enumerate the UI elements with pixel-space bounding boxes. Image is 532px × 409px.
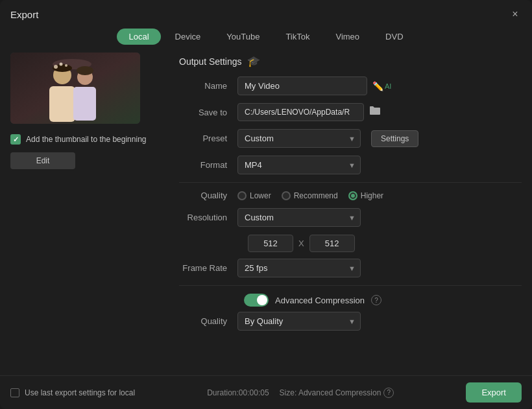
tab-youtube[interactable]: YouTube [215,29,271,45]
advanced-compression-help-icon[interactable]: ? [371,295,381,305]
svg-rect-5 [73,87,96,121]
resolution-label: Resolution [179,213,237,222]
footer-left: Use last export settings for local [10,388,135,397]
by-quality-select-wrapper: By Quality ▼ [237,312,361,331]
name-input[interactable] [237,76,367,95]
right-panel: Output Settings 🎓 Name ✏️ AI Save to [179,53,522,375]
quality-higher-radio[interactable] [348,191,357,200]
name-row: Name ✏️ AI [179,76,522,95]
quality-sub-row: Quality By Quality ▼ [179,312,522,331]
section-divider-2 [179,285,522,286]
resolution-width-input[interactable] [248,235,293,252]
quality-control: Lower Recommend Higher [237,191,522,200]
svg-point-8 [54,65,58,69]
quality-higher-label: Higher [361,191,383,200]
advanced-compression-label: Advanced Compression [275,296,365,305]
main-content: Add the thumbnail to the beginning Edit … [0,53,532,375]
graduation-icon: 🎓 [247,55,260,67]
section-divider-1 [179,182,522,183]
resolution-height-input[interactable] [309,235,355,252]
quality-recommend-label: Recommend [294,191,338,200]
size-help-icon[interactable]: ? [383,388,394,398]
format-select-wrapper: MP4 ▼ [237,156,361,174]
video-thumbnail [10,53,140,124]
frame-rate-select[interactable]: 25 fps [237,259,361,277]
quality-lower-radio[interactable] [237,191,247,200]
use-last-settings-checkbox[interactable] [10,388,19,397]
output-settings-title: Output Settings [179,56,242,67]
add-thumbnail-label: Add the thumbnail to the beginning [26,135,146,144]
format-select[interactable]: MP4 [237,156,361,174]
folder-button[interactable] [369,106,381,119]
quality-radio-group: Lower Recommend Higher [237,191,383,200]
tab-bar: Local Device YouTube TikTok Vimeo DVD [0,26,532,53]
duration-value: 00:00:05 [239,388,269,397]
left-panel: Add the thumbnail to the beginning Edit [10,53,179,375]
thumbnail-container [10,53,140,124]
advanced-compression-toggle[interactable] [244,294,269,307]
quality-recommend-radio[interactable] [282,191,291,200]
footer-center: Duration:00:00:05 Size: Advanced Compres… [207,388,394,398]
tab-local[interactable]: Local [117,29,160,45]
name-control: ✏️ AI [237,76,522,95]
format-row: Format MP4 ▼ [179,156,522,174]
tab-vimeo[interactable]: Vimeo [324,29,371,45]
size-info: Size: Advanced Compression ? [280,388,394,398]
duration-info: Duration:00:00:05 [207,388,269,397]
use-last-settings-label: Use last export settings for local [25,388,135,397]
save-to-row: Save to [179,103,522,121]
preset-control: Custom ▼ Settings [237,129,522,148]
tab-device[interactable]: Device [163,29,213,45]
preset-label: Preset [179,134,237,143]
ai-button[interactable]: ✏️ AI [372,81,391,91]
format-label: Format [179,160,237,170]
output-settings-header: Output Settings 🎓 [179,53,522,67]
quality-recommend-option[interactable]: Recommend [282,191,338,200]
quality-lower-label: Lower [250,191,271,200]
svg-point-9 [60,63,63,66]
preset-select[interactable]: Custom [237,129,361,148]
ai-label: AI [385,82,391,90]
by-quality-select[interactable]: By Quality [237,312,361,331]
resolution-inputs-row: X [248,235,522,252]
quality-row: Quality Lower Recommend High [179,191,522,200]
size-label: Size: Advanced Compression [280,388,381,397]
format-control: MP4 ▼ [237,156,522,174]
edit-button[interactable]: Edit [10,152,75,169]
ai-icon: ✏️ [372,81,383,91]
quality-higher-option[interactable]: Higher [348,191,383,200]
quality-sub-label: Quality [179,316,237,326]
add-thumbnail-row: Add the thumbnail to the beginning [10,134,169,145]
title-bar: Export × [0,0,532,26]
duration-label: Duration: [207,388,239,397]
resolution-row: Resolution Custom ▼ [179,208,522,227]
resolution-control: Custom ▼ [237,208,522,227]
footer: Use last export settings for local Durat… [0,375,532,409]
svg-rect-3 [49,86,75,122]
tab-tiktok[interactable]: TikTok [274,29,321,45]
advanced-compression-row: Advanced Compression ? [179,294,522,307]
settings-button[interactable]: Settings [371,130,418,147]
svg-point-6 [77,66,93,75]
quality-lower-option[interactable]: Lower [237,191,271,200]
tab-dvd[interactable]: DVD [374,29,415,45]
resolution-select-wrapper: Custom ▼ [237,208,361,227]
resolution-x-label: X [298,239,304,248]
resolution-select[interactable]: Custom [237,208,361,227]
frame-rate-control: 25 fps ▼ [237,259,522,277]
close-button[interactable]: × [509,8,522,21]
export-window: Export × Local Device YouTube TikTok Vim… [0,0,532,409]
quality-sub-control: By Quality ▼ [237,312,522,331]
name-label: Name [179,81,237,91]
frame-rate-row: Frame Rate 25 fps ▼ [179,259,522,277]
preset-row: Preset Custom ▼ Settings [179,129,522,148]
quality-label: Quality [179,191,237,200]
preset-select-wrapper: Custom ▼ [237,129,361,148]
add-thumbnail-checkbox[interactable] [10,134,21,145]
frame-rate-select-wrapper: 25 fps ▼ [237,259,361,277]
save-to-label: Save to [179,108,237,117]
save-to-control [237,103,522,121]
window-title: Export [10,9,38,20]
export-button[interactable]: Export [466,382,522,403]
save-path-input[interactable] [237,103,364,121]
